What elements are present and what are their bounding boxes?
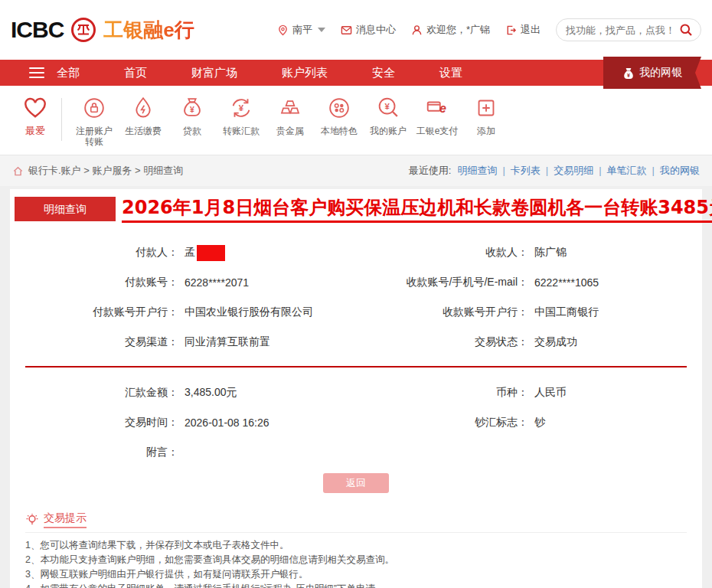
nav-account-list[interactable]: 账户列表 — [282, 66, 328, 80]
quick-item-loan[interactable]: ¥ 贷款 — [168, 95, 217, 136]
transaction-annotation: 2026年1月8日烟台客户购买保温压边机和长款卷圆机各一台转账3485元 — [122, 195, 712, 223]
red-divider — [25, 366, 687, 368]
nav-settings[interactable]: 设置 — [439, 66, 462, 80]
svg-text:e: e — [439, 101, 446, 115]
quick-item-label: 本地特色 — [321, 126, 358, 136]
nav-home[interactable]: 首页 — [124, 66, 147, 80]
top-header: ICBC 工银融e行 南平 消息中心 欢迎您，*广锦 — [0, 0, 712, 60]
field-label: 币种： — [356, 386, 528, 400]
quick-item-register-transfer[interactable]: 注册账户转账 — [70, 95, 119, 147]
loan-money-bag-icon: ¥ — [179, 95, 205, 121]
my-ebank-label: 我的网银 — [639, 66, 682, 80]
field-time: 交易时间： 2026-01-08 16:26 — [25, 414, 356, 431]
field-value: 陈广锦 — [534, 246, 567, 260]
tips-header: 交易提示 — [25, 511, 687, 533]
quick-item-utility-payment[interactable]: 生活缴费 — [119, 95, 168, 136]
account-search-icon: ¥ — [375, 95, 401, 121]
recent-link-transaction-detail[interactable]: 交易明细 — [554, 164, 606, 178]
field-label: 收款账号/手机号/E-mail： — [356, 276, 528, 289]
field-label: 付款账号： — [25, 276, 178, 289]
field-label: 收款账号开户行： — [356, 305, 528, 319]
svg-text:¥: ¥ — [627, 73, 630, 78]
location-selector[interactable]: 南平 — [277, 23, 325, 37]
svg-text:¥: ¥ — [384, 102, 390, 111]
quick-item-epay[interactable]: e 工银e支付 — [413, 95, 462, 136]
tips-list: 1、您可以将查询结果下载，并保存到文本或电子表格文件中。 2、本功能只支持查询账… — [25, 538, 687, 588]
breadcrumb-text: 银行卡.账户 > 账户服务 > 明细查询 — [28, 164, 183, 178]
transaction-tips: 交易提示 1、您可以将查询结果下载，并保存到文本或电子表格文件中。 2、本功能只… — [25, 511, 687, 588]
main-navbar: 全部 首页 财富广场 账户列表 安全 设置 ¥ 我的网银 — [0, 60, 712, 86]
logout-label: 退出 — [521, 23, 541, 37]
tip-item: 4、如需带有公章的电子明细账单，请通过我行手机银行“远程办-历史明细”下单申请。 — [25, 582, 687, 588]
location-pin-icon — [277, 24, 289, 36]
money-bag-icon: ¥ — [622, 67, 635, 80]
tips-title: 交易提示 — [44, 511, 87, 528]
message-center-link[interactable]: 消息中心 — [341, 23, 396, 37]
breadcrumb-row: 银行卡.账户 > 账户服务 > 明细查询 最近使用: 明细查询 卡列表 交易明细… — [0, 155, 712, 186]
local-features-icon — [326, 95, 352, 121]
register-transfer-icon — [81, 95, 107, 121]
field-value: 交易成功 — [534, 335, 577, 349]
quick-item-local-features[interactable]: 本地特色 — [315, 95, 364, 136]
recent-label: 最近使用: — [409, 164, 452, 178]
heart-icon — [22, 95, 48, 121]
field-payer-bank: 付款账号开户行： 中国农业银行股份有限公司 — [25, 304, 356, 321]
recent-link-detail-query[interactable]: 明细查询 — [457, 164, 510, 178]
tip-item: 2、本功能只支持查询账户明细，如您需要查询具体交易的明细信息请到相关交易查询。 — [25, 553, 687, 567]
back-button[interactable]: 返回 — [323, 473, 389, 493]
field-label: 交易状态： — [356, 335, 528, 349]
quick-item-label: 生活缴费 — [125, 126, 162, 136]
field-label: 汇款金额： — [25, 386, 178, 400]
field-value: 中国工商银行 — [534, 305, 599, 319]
lightbulb-icon — [25, 513, 39, 527]
field-payee-bank: 收款账号开户行： 中国工商银行 — [356, 304, 687, 321]
recent-link-single-remit[interactable]: 单笔汇款 — [607, 164, 660, 178]
brand-name: 工银融e行 — [103, 17, 194, 44]
tab-detail-query: 明细查询 — [15, 197, 116, 221]
field-value: 中国农业银行股份有限公司 — [185, 305, 313, 319]
field-payee-account: 收款账号/手机号/E-mail： 6222****1065 — [356, 274, 687, 291]
icbc-logo-text: ICBC — [11, 17, 64, 43]
field-label: 付款账号开户行： — [25, 305, 178, 319]
field-payer-account: 付款账号： 6228****2071 — [25, 274, 356, 291]
quick-item-precious-metals[interactable]: 贵金属 — [266, 95, 315, 136]
my-ebank-ribbon[interactable]: ¥ 我的网银 — [603, 57, 701, 89]
logout-button[interactable]: 退出 — [505, 23, 541, 37]
field-value: 孟 — [185, 245, 225, 261]
field-label: 钞汇标志： — [356, 416, 528, 430]
quick-item-label: 我的账户 — [370, 126, 407, 136]
search-box[interactable] — [556, 18, 701, 41]
field-label: 收款人： — [356, 246, 528, 260]
redaction-block — [197, 245, 225, 261]
nav-wealth-plaza[interactable]: 财富广场 — [191, 66, 237, 80]
quick-item-label: 注册账户转账 — [73, 126, 116, 147]
transaction-fields: 付款人： 孟 收款人： 陈广锦 付款账号： 6228****2071 收款账号/… — [10, 223, 702, 351]
field-label: 交易渠道： — [25, 335, 178, 349]
breadcrumb: 银行卡.账户 > 账户服务 > 明细查询 — [12, 164, 183, 178]
menu-icon[interactable] — [29, 64, 44, 81]
nav-all[interactable]: 全部 — [57, 66, 80, 80]
chevron-down-icon — [318, 28, 325, 32]
detail-panel: 明细查询 2026年1月8日烟台客户购买保温压边机和长款卷圆机各一台转账3485… — [10, 189, 702, 588]
quick-item-transfer-remit[interactable]: ¥ 转账汇款 — [217, 95, 266, 136]
quick-item-label: 转账汇款 — [223, 126, 260, 136]
logout-icon — [505, 24, 517, 36]
quick-item-my-account[interactable]: ¥ 我的账户 — [364, 95, 413, 136]
quick-item-add[interactable]: 添加 — [462, 95, 511, 136]
recent-link-my-ebank[interactable]: 我的网银 — [660, 164, 700, 178]
welcome-user[interactable]: 欢迎您，*广锦 — [411, 23, 490, 37]
field-value: 同业清算互联前置 — [185, 335, 270, 349]
epay-card-icon: e — [424, 95, 450, 121]
quick-item-favorites[interactable]: 最爱 — [11, 95, 60, 136]
quick-item-label: 添加 — [477, 126, 495, 136]
field-payer: 付款人： 孟 — [25, 244, 356, 261]
transfer-remit-icon: ¥ — [228, 95, 254, 121]
icbc-emblem-icon — [70, 16, 97, 44]
nav-security[interactable]: 安全 — [372, 66, 395, 80]
user-icon — [411, 24, 423, 36]
search-icon[interactable] — [679, 23, 693, 37]
search-input[interactable] — [564, 24, 679, 37]
quick-item-label: 最爱 — [25, 126, 45, 136]
recent-link-card-list[interactable]: 卡列表 — [511, 164, 554, 178]
home-icon[interactable] — [12, 165, 24, 177]
